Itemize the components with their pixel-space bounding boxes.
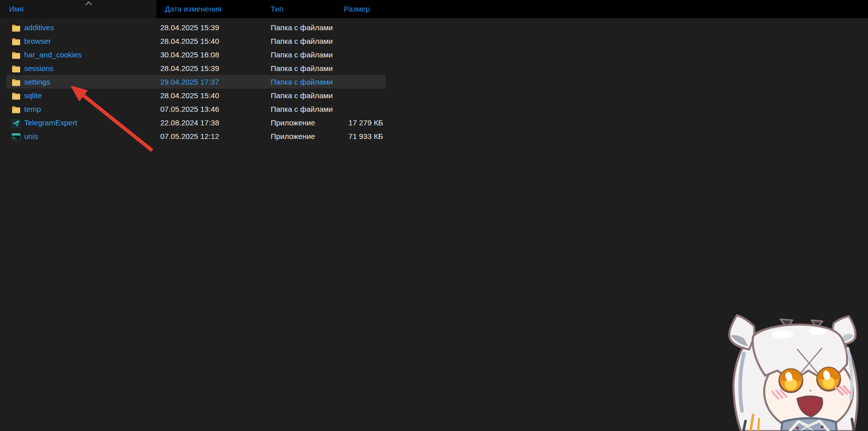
folder-icon <box>12 105 21 114</box>
file-type: Папка с файлами <box>271 89 333 102</box>
file-type: Папка с файлами <box>271 102 333 116</box>
folder-icon <box>12 64 21 73</box>
file-date-modified: 07.05.2025 12:12 <box>160 129 219 143</box>
file-date-modified: 30.04.2025 16:08 <box>160 48 219 61</box>
file-list: additives 28.04.2025 15:39 Папка с файла… <box>7 21 386 143</box>
anime-character-sticker <box>722 295 868 431</box>
file-name[interactable]: sqlite <box>24 89 42 102</box>
file-type: Папка с файлами <box>271 34 333 48</box>
file-date-modified: 22.08.2024 17:38 <box>160 116 219 129</box>
table-row[interactable]: sqlite 28.04.2025 15:40 Папка с файлами <box>7 89 386 102</box>
file-name[interactable]: additives <box>24 21 54 34</box>
console-app-icon <box>12 132 21 141</box>
folder-icon <box>12 23 21 32</box>
file-name[interactable]: har_and_cookies <box>24 48 82 61</box>
file-date-modified: 28.04.2025 15:40 <box>160 34 219 48</box>
table-row[interactable]: sessions 28.04.2025 15:39 Папка с файлам… <box>7 61 386 75</box>
column-header-size[interactable]: Размер <box>344 0 370 18</box>
file-name[interactable]: unis <box>24 129 38 143</box>
file-name[interactable]: browser <box>24 34 51 48</box>
file-type: Папка с файлами <box>271 75 333 89</box>
folder-icon <box>12 91 21 100</box>
folder-icon <box>12 78 21 87</box>
file-size: 17 279 КБ <box>302 116 383 129</box>
file-name[interactable]: sessions <box>24 61 53 75</box>
folder-icon <box>12 50 21 59</box>
column-header-modified[interactable]: Дата изменения <box>165 0 222 18</box>
table-row[interactable]: unis 07.05.2025 12:12 Приложение 71 933 … <box>7 129 386 143</box>
file-date-modified: 07.05.2025 13:46 <box>160 102 219 116</box>
telegram-app-icon <box>12 118 21 127</box>
file-name[interactable]: temp <box>24 102 41 116</box>
column-header-name[interactable]: Имя <box>9 0 24 18</box>
table-row[interactable]: har_and_cookies 30.04.2025 16:08 Папка с… <box>7 48 386 61</box>
folder-icon <box>12 37 21 46</box>
file-type: Папка с файлами <box>271 21 333 34</box>
file-name[interactable]: TelegramExpert <box>24 116 77 129</box>
file-type: Папка с файлами <box>271 61 333 75</box>
file-type: Папка с файлами <box>271 48 333 61</box>
table-row[interactable]: TelegramExpert 22.08.2024 17:38 Приложен… <box>7 116 386 129</box>
file-date-modified: 28.04.2025 15:39 <box>160 61 219 75</box>
table-row[interactable]: settings 29.04.2025 17:37 Папка с файлам… <box>7 75 386 89</box>
file-date-modified: 28.04.2025 15:40 <box>160 89 219 102</box>
column-header-bar: Имя Дата изменения Тип Размер <box>0 0 868 18</box>
column-header-type[interactable]: Тип <box>271 0 283 18</box>
file-date-modified: 29.04.2025 17:37 <box>160 75 219 89</box>
file-name[interactable]: settings <box>24 75 50 89</box>
chevron-up-icon <box>85 2 93 6</box>
table-row[interactable]: browser 28.04.2025 15:40 Папка с файлами <box>7 34 386 48</box>
file-date-modified: 28.04.2025 15:39 <box>160 21 219 34</box>
table-row[interactable]: temp 07.05.2025 13:46 Папка с файлами <box>7 102 386 116</box>
table-row[interactable]: additives 28.04.2025 15:39 Папка с файла… <box>7 21 386 34</box>
file-explorer-window: Имя Дата изменения Тип Размер additives … <box>0 0 868 431</box>
file-size: 71 933 КБ <box>302 129 383 143</box>
